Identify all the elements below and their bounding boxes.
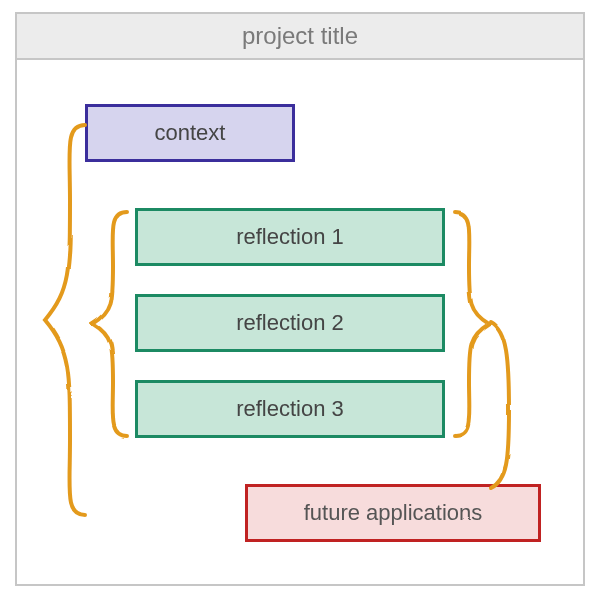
reflection-2-label: reflection 2 bbox=[236, 310, 344, 336]
reflection-3-box: reflection 3 bbox=[135, 380, 445, 438]
diagram-frame: project title context reflection 1 refle… bbox=[15, 12, 585, 586]
left-inner-brace-icon bbox=[85, 208, 133, 440]
future-applications-label: future applications bbox=[304, 500, 483, 526]
right-connector-icon bbox=[487, 320, 527, 490]
reflection-1-box: reflection 1 bbox=[135, 208, 445, 266]
diagram-canvas: context reflection 1 reflection 2 reflec… bbox=[17, 60, 583, 584]
reflection-2-box: reflection 2 bbox=[135, 294, 445, 352]
project-title: project title bbox=[242, 22, 358, 50]
context-box: context bbox=[85, 104, 295, 162]
reflection-1-label: reflection 1 bbox=[236, 224, 344, 250]
context-label: context bbox=[155, 120, 226, 146]
reflection-3-label: reflection 3 bbox=[236, 396, 344, 422]
title-bar: project title bbox=[17, 14, 583, 60]
future-applications-box: future applications bbox=[245, 484, 541, 542]
